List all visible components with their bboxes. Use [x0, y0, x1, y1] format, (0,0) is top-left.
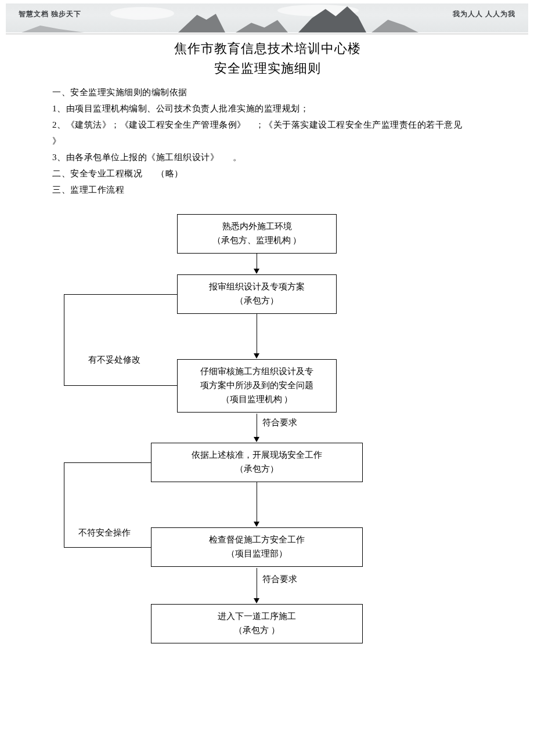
flow-connector — [64, 385, 177, 386]
item-2-b: ；《关于落实建设工程安全生产监理责任的若干意见 — [255, 120, 463, 129]
flow-node-4-line1: 依据上述核准，开展现场安全工作 — [156, 448, 358, 462]
banner-left-text: 智慧文档 独步天下 — [19, 9, 81, 19]
banner-right-text: 我为人人 人人为我 — [453, 9, 515, 19]
flow-node-2-line1: 报审组织设计及专项方案 — [182, 280, 331, 294]
flow-node-3: 仔细审核施工方组织设计及专 项方案中所涉及到的安全问题 （项目监理机构 ） — [177, 359, 337, 413]
item-2-c: 》 — [52, 136, 62, 146]
header-banner: 智慧文档 独步天下 我为人人 人人为我 — [6, 3, 528, 32]
flow-edge-label-revise: 有不妥处修改 — [88, 355, 140, 366]
flow-node-1-line2: （承包方、监理机构 ） — [182, 233, 331, 247]
flow-node-3-line2: 项方案中所涉及到的安全问题 — [182, 378, 331, 392]
arrow-down-icon — [254, 437, 259, 442]
section-1-heading: 一、安全监理实施细则的编制依据 — [52, 84, 483, 100]
flow-node-1-line1: 熟悉内外施工环境 — [182, 219, 331, 233]
flow-edge-label-ok2: 符合要求 — [262, 574, 297, 585]
doc-subtitle: 安全监理实施细则 — [52, 60, 483, 77]
section-2-note: （略） — [156, 169, 183, 178]
section-3-heading: 三、监理工作流程 — [52, 182, 483, 198]
flow-node-1: 熟悉内外施工环境 （承包方、监理机构 ） — [177, 214, 337, 254]
mountain-decor — [21, 24, 84, 32]
flow-node-5-line2: （项目监理部） — [156, 547, 358, 560]
flow-node-6-line2: （承包方 ） — [156, 623, 358, 637]
flow-node-5: 检查督促施工方安全工作 （项目监理部） — [151, 527, 363, 567]
flow-edge-label-ok1: 符合要求 — [262, 417, 297, 428]
flow-connector — [257, 314, 257, 355]
workflow-diagram: 熟悉内外施工环境 （承包方、监理机构 ） 报审组织设计及专项方案 （承包方） 仔… — [52, 209, 483, 674]
doc-title: 焦作市教育信息技术培训中心楼 — [52, 40, 483, 57]
item-3-b: 。 — [233, 153, 242, 162]
arrow-down-icon — [254, 269, 259, 274]
item-2-a: 2、《建筑法》；《建设工程安全生产管理条例》 — [52, 120, 246, 129]
flow-node-4: 依据上述核准，开展现场安全工作 （承包方） — [151, 443, 363, 482]
item-1: 1、由项目监理机构编制、公司技术负责人批准实施的监理规划； — [52, 100, 483, 117]
cloud-decor — [110, 7, 174, 20]
flow-connector — [257, 414, 257, 438]
flow-node-6-line1: 进入下一道工序施工 — [156, 609, 358, 623]
section-2-heading: 二、安全专业工程概况 （略） — [52, 165, 483, 182]
section-2-title: 二、安全专业工程概况 — [52, 169, 142, 178]
item-3: 3、由各承包单位上报的《施工组织设计》 。 — [52, 149, 483, 165]
flow-node-5-line1: 检查督促施工方安全工作 — [156, 533, 358, 547]
flow-node-2: 报审组织设计及专项方案 （承包方） — [177, 274, 337, 314]
flow-node-2-line2: （承包方） — [182, 294, 331, 308]
item-2: 2、《建筑法》；《建设工程安全生产管理条例》 ；《关于落实建设工程安全生产监理责… — [52, 117, 483, 149]
arrow-down-icon — [254, 522, 259, 527]
arrow-down-icon — [254, 598, 259, 603]
flow-connector — [64, 462, 64, 547]
mountain-decor — [236, 19, 288, 32]
flow-node-3-line3: （项目监理机构 ） — [182, 392, 331, 406]
flow-connector — [64, 294, 177, 295]
arrow-down-icon — [254, 353, 259, 359]
flow-connector — [257, 568, 257, 599]
flow-connector — [257, 482, 257, 523]
flow-connector — [64, 294, 64, 385]
flow-node-6: 进入下一道工序施工 （承包方 ） — [151, 604, 363, 643]
flow-node-3-line1: 仔细审核施工方组织设计及专 — [182, 364, 331, 378]
flow-edge-label-unsafe: 不符安全操作 — [78, 527, 131, 538]
flow-connector — [257, 254, 257, 270]
flow-connector — [64, 547, 151, 548]
flow-connector — [64, 462, 151, 463]
banner-divider — [6, 34, 528, 34]
flow-node-4-line2: （承包方） — [156, 462, 358, 476]
mountain-decor — [371, 17, 418, 33]
item-3-a: 3、由各承包单位上报的《施工组织设计》 — [52, 153, 219, 162]
mountain-decor — [178, 13, 225, 32]
